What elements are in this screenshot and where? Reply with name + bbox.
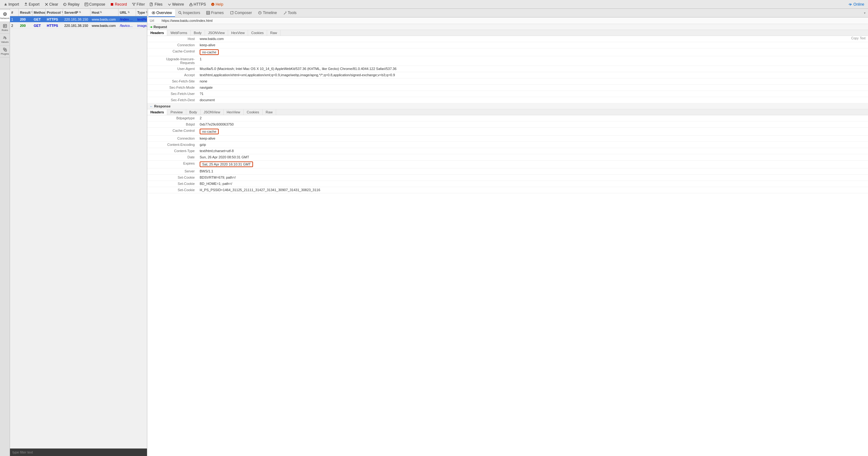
compose-label: Compose: [89, 2, 105, 6]
filter-input[interactable]: [12, 450, 145, 454]
row-num: 1: [10, 18, 19, 21]
res-header-set-cookie-2: Set-Cookie BD_HOME=1; path=/: [147, 181, 868, 187]
weinre-icon: [167, 2, 171, 6]
tab-frames-label: Frames: [211, 10, 224, 15]
req-header-host: Host www.baidu.com Copy Text: [147, 36, 868, 42]
col-result[interactable]: Result ⇅: [19, 9, 32, 16]
response-section-header: ← Response: [147, 104, 868, 109]
row-url: /index....: [119, 18, 136, 21]
req-header-connection: Connection keep-alive: [147, 42, 868, 49]
col-serverip[interactable]: ServerIP ⇅: [63, 9, 91, 16]
req-tab-cookies[interactable]: Cookies: [248, 30, 267, 36]
record-button[interactable]: Record: [107, 2, 129, 7]
detail-content: ➜ Request Headers WebForms Body JSONView…: [147, 24, 868, 456]
svg-rect-14: [207, 11, 210, 15]
row-type: text/html: [136, 18, 147, 21]
table-row[interactable]: 1 200 GET HTTPS 220.181.38.150 www.baidu…: [10, 16, 147, 23]
req-tab-hexview[interactable]: HexView: [228, 30, 248, 36]
response-arrow: ←: [150, 105, 153, 108]
res-tab-hexview[interactable]: HexView: [224, 109, 244, 115]
res-header-date: Date Sun, 26 Apr 2020 08:50:31 GMT: [147, 154, 868, 161]
row-host: www.baidu.com: [91, 18, 119, 21]
frames-icon: [206, 11, 210, 15]
res-header-expires: Expires Sat, 25 Apr 2020 16:10:31 GMT: [147, 161, 868, 168]
sidebar-item-rules[interactable]: Rules: [0, 22, 10, 34]
table-row[interactable]: 2 200 GET HTTPS 220.181.38.150 www.baidu…: [10, 23, 147, 29]
req-tab-body[interactable]: Body: [191, 30, 205, 36]
export-button[interactable]: Export: [22, 2, 42, 7]
help-button[interactable]: ? Help: [209, 2, 226, 7]
tab-inspectors[interactable]: Inspectors: [175, 9, 203, 17]
req-tab-raw[interactable]: Raw: [267, 30, 280, 36]
tab-tools[interactable]: Tools: [280, 9, 300, 17]
res-cache-control-highlight: no-cache: [200, 129, 219, 134]
request-sub-tabs: Headers WebForms Body JSONView HexView C…: [147, 30, 868, 36]
res-header-bdpagetype: Bdpagetype 2: [147, 115, 868, 121]
filter-icon: [132, 2, 136, 6]
res-tab-raw[interactable]: Raw: [263, 109, 276, 115]
sidebar-item-values[interactable]: Values: [0, 34, 10, 46]
row-serverip: 220.181.38.150: [63, 24, 91, 27]
text-button[interactable]: Text: [860, 36, 866, 40]
tab-timeline-label: Timeline: [263, 10, 277, 15]
help-label: Help: [216, 2, 223, 6]
tabs-chevron[interactable]: ▾: [863, 11, 867, 15]
https-icon: [189, 2, 193, 6]
res-header-set-cookie-3: Set-Cookie H_PS_PSSID=1464_31125_21111_3…: [147, 187, 868, 193]
online-label: Online: [853, 2, 864, 6]
svg-text:?: ?: [212, 3, 214, 6]
col-method[interactable]: Method ⇅: [32, 9, 45, 16]
https-button[interactable]: HTTPS: [187, 2, 209, 7]
copy-button[interactable]: Copy: [851, 36, 858, 40]
replay-button[interactable]: Replay: [61, 2, 82, 7]
row-type: image/x-icon: [136, 24, 147, 27]
request-arrow: ➜: [150, 25, 152, 29]
compose-button[interactable]: Compose: [82, 2, 107, 7]
column-headers: # Result ⇅ Method ⇅ Protocol ⇅ ServerIP …: [10, 9, 147, 16]
res-tab-jsonview[interactable]: JSONView: [200, 109, 224, 115]
col-protocol[interactable]: Protocol ⇅: [45, 9, 63, 16]
req-tab-headers[interactable]: Headers: [147, 30, 167, 36]
tab-composer[interactable]: Composer: [227, 9, 255, 17]
req-header-upgrade: Upgrade-Insecure-Requests 1: [147, 56, 868, 66]
req-header-sec-fetch-mode: Sec-Fetch-Mode navigate: [147, 85, 868, 91]
clear-button[interactable]: Clear: [42, 2, 61, 7]
filter-button[interactable]: Filter: [129, 2, 148, 7]
tab-frames[interactable]: Frames: [203, 9, 227, 17]
svg-point-12: [153, 12, 154, 13]
res-header-set-cookie-1: Set-Cookie BDSVRTM=679; path=/: [147, 175, 868, 181]
col-url[interactable]: URL ⇅: [119, 9, 136, 16]
files-button[interactable]: Files: [147, 2, 165, 7]
weinre-button[interactable]: Weinre: [165, 2, 187, 7]
req-header-sec-fetch-user: Sec-Fetch-User ?1: [147, 91, 868, 97]
row-status: 200: [19, 24, 32, 27]
filter-bar: [10, 449, 147, 456]
import-button[interactable]: Import: [1, 2, 22, 7]
rules-icon: [3, 24, 7, 28]
compose-icon: [85, 2, 88, 6]
filter-label: Filter: [137, 2, 145, 6]
row-protocol: HTTPS: [45, 18, 63, 21]
req-tab-jsonview[interactable]: JSONView: [205, 30, 228, 36]
res-tab-headers[interactable]: Headers: [147, 109, 167, 115]
res-tab-preview[interactable]: Preview: [167, 109, 186, 115]
composer-icon: [230, 11, 234, 15]
req-header-sec-fetch-site: Sec-Fetch-Site none: [147, 78, 868, 85]
tab-timeline[interactable]: Timeline: [255, 9, 280, 17]
toolbar: Import Export Clear Replay Compose Recor…: [0, 0, 868, 9]
res-tab-cookies[interactable]: Cookies: [244, 109, 263, 115]
values-icon: [3, 36, 7, 40]
svg-rect-10: [3, 48, 5, 50]
sidebar-item-plugins[interactable]: Plugins: [0, 46, 10, 57]
replay-icon: [63, 2, 67, 6]
col-host[interactable]: Host ⇅: [91, 9, 119, 16]
tab-overview[interactable]: Overview: [149, 9, 175, 17]
res-header-content-encoding: Content-Encoding gzip: [147, 142, 868, 148]
req-tab-webforms[interactable]: WebForms: [167, 30, 191, 36]
row-method: GET: [32, 24, 45, 27]
network-icon: [3, 12, 7, 16]
row-status: 200: [19, 18, 32, 21]
clock-icon: [258, 11, 262, 15]
res-tab-body[interactable]: Body: [186, 109, 200, 115]
sidebar-item-network[interactable]: Network: [0, 10, 10, 22]
